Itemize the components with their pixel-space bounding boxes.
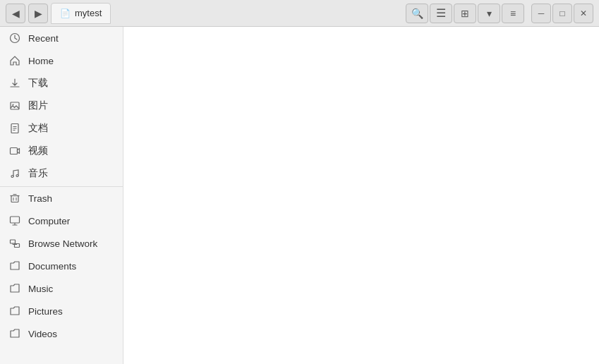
sidebar-item-documents[interactable]: Documents (0, 255, 123, 277)
svg-rect-17 (11, 240, 16, 243)
back-button[interactable]: ◀ (6, 4, 25, 23)
sidebar-label-computer: Computer (28, 216, 70, 226)
videos-icon (8, 145, 21, 157)
active-tab[interactable]: 📄 mytest (51, 3, 111, 24)
svg-rect-10 (11, 196, 18, 202)
sidebar-item-music[interactable]: Music (0, 277, 123, 300)
sidebar-label-pictures-en: Pictures (28, 306, 63, 317)
sidebar-label-browse-network: Browse Network (28, 238, 97, 249)
minimize-icon: ─ (538, 8, 545, 18)
tab-label: mytest (75, 8, 102, 18)
window-controls: ─ □ ✕ (531, 4, 593, 23)
search-button[interactable]: 🔍 (406, 4, 428, 23)
maximize-button[interactable]: □ (552, 4, 572, 23)
svg-rect-14 (11, 217, 20, 223)
browse-network-icon (8, 237, 21, 250)
menu-icon: ≡ (510, 8, 516, 19)
sidebar-item-trash[interactable]: Trash (0, 186, 123, 210)
titlebar-actions: 🔍 ☰ ⊞ ▾ ≡ (406, 4, 524, 23)
sidebar-label-music: Music (28, 284, 53, 294)
tab-icon: 📄 (60, 8, 71, 18)
sidebar-label-videos: 视频 (28, 145, 48, 157)
sidebar-item-home[interactable]: Home (0, 49, 123, 72)
sidebar-label-music-zh: 音乐 (28, 167, 48, 180)
sidebar-item-computer[interactable]: Computer (0, 210, 123, 232)
trash-icon (8, 192, 21, 205)
minimize-button[interactable]: ─ (531, 4, 551, 23)
svg-point-8 (11, 176, 13, 178)
svg-rect-1 (11, 102, 19, 109)
svg-rect-7 (11, 148, 18, 154)
list-view-icon: ☰ (436, 6, 446, 20)
sidebar-label-trash: Trash (28, 193, 52, 204)
forward-icon: ▶ (35, 8, 42, 19)
sidebar: Recent Home 下载 图片 文档 视频 音乐 Trash Compute… (0, 27, 123, 364)
list-view-button[interactable]: ☰ (430, 4, 452, 23)
pictures-en-icon (8, 305, 21, 317)
sidebar-label-recent: Recent (28, 33, 59, 44)
sidebar-item-downloads[interactable]: 下载 (0, 72, 123, 95)
sidebar-item-browse-network[interactable]: Browse Network (0, 232, 123, 255)
close-icon: ✕ (580, 8, 587, 18)
sidebar-item-recent[interactable]: Recent (0, 27, 123, 49)
sort-icon: ▾ (487, 8, 492, 19)
home-icon (8, 54, 21, 67)
svg-point-2 (13, 104, 14, 106)
forward-button[interactable]: ▶ (28, 4, 48, 23)
pictures-icon (8, 99, 21, 112)
sidebar-item-videos-en[interactable]: Videos (0, 322, 123, 345)
maximize-icon: □ (559, 8, 564, 18)
grid-view-button[interactable]: ⊞ (454, 4, 476, 23)
sidebar-label-documents: Documents (28, 261, 76, 272)
sort-button[interactable]: ▾ (478, 4, 500, 23)
downloads-icon (8, 77, 21, 90)
titlebar: ◀ ▶ 📄 mytest 🔍 ☰ ⊞ ▾ ≡ ─ □ ✕ (0, 0, 599, 27)
sidebar-item-music-zh[interactable]: 音乐 (0, 162, 123, 185)
sidebar-item-documents-zh[interactable]: 文档 (0, 117, 123, 140)
content-area (123, 27, 599, 364)
sidebar-label-documents-zh: 文档 (28, 122, 48, 135)
sidebar-label-home: Home (28, 56, 54, 66)
recent-icon (8, 32, 21, 44)
sidebar-item-videos[interactable]: 视频 (0, 140, 123, 162)
sidebar-item-pictures-en[interactable]: Pictures (0, 300, 123, 322)
svg-point-9 (16, 175, 18, 177)
back-icon: ◀ (12, 8, 20, 19)
grid-view-icon: ⊞ (461, 8, 469, 19)
sidebar-item-pictures[interactable]: 图片 (0, 95, 123, 117)
sidebar-label-pictures: 图片 (28, 99, 48, 112)
search-icon: 🔍 (411, 8, 423, 19)
documents-zh-icon (8, 122, 21, 135)
computer-icon (8, 214, 21, 227)
documents-icon (8, 260, 21, 272)
close-button[interactable]: ✕ (574, 4, 593, 23)
main-layout: Recent Home 下载 图片 文档 视频 音乐 Trash Compute… (0, 27, 599, 364)
music-icon (8, 282, 21, 295)
music-zh-icon (8, 167, 21, 180)
menu-button[interactable]: ≡ (502, 4, 524, 23)
sidebar-label-downloads: 下载 (28, 77, 48, 90)
videos-en-icon (8, 327, 21, 340)
sidebar-label-videos-en: Videos (28, 329, 57, 339)
